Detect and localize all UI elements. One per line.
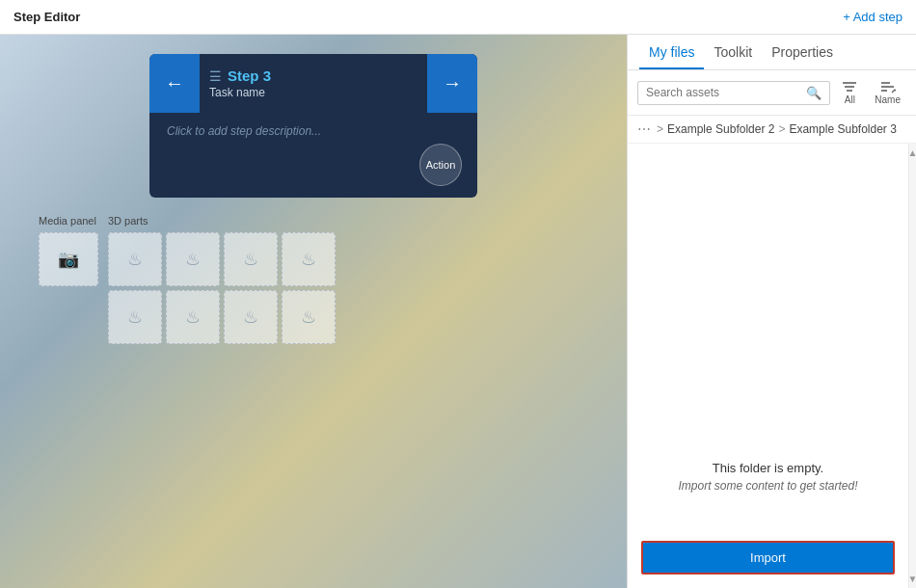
page-title: Step Editor <box>13 10 80 24</box>
3d-icon-6: ♨ <box>185 307 201 328</box>
media-panel: Media panel 📷 <box>39 215 98 344</box>
file-list: This folder is empty. Import some conten… <box>628 144 908 531</box>
step-card: ← ☰ Step 3 Task name → Click to add step… <box>149 54 477 198</box>
empty-title: This folder is empty. <box>647 461 889 475</box>
parts-panel-label: 3D parts <box>108 215 336 227</box>
media-panel-label: Media panel <box>39 215 98 227</box>
filter-button[interactable]: All <box>836 78 863 107</box>
tab-properties[interactable]: Properties <box>762 35 843 69</box>
import-wrap: Import <box>628 531 908 588</box>
breadcrumb-dots[interactable]: ⋯ <box>637 121 651 137</box>
parts-grid-item[interactable]: ♨ <box>282 232 336 286</box>
filter-icon <box>842 80 857 94</box>
search-icon: 🔍 <box>806 86 822 100</box>
parts-grid-item[interactable]: ♨ <box>108 290 162 344</box>
sort-icon <box>880 80 896 94</box>
filter-label: All <box>845 94 855 105</box>
sort-button[interactable]: Name <box>869 78 906 107</box>
editor-area: ← ☰ Step 3 Task name → Click to add step… <box>0 35 627 588</box>
parts-grid-item[interactable]: ♨ <box>166 232 220 286</box>
prev-step-button[interactable]: ← <box>149 54 200 113</box>
3d-icon-5: ♨ <box>127 307 143 328</box>
3d-icon-1: ♨ <box>127 249 143 270</box>
parts-grid-item[interactable]: ♨ <box>166 290 220 344</box>
search-box[interactable]: 🔍 <box>637 81 830 105</box>
search-row: 🔍 All Name <box>628 70 916 116</box>
step-title: Step 3 <box>228 67 271 84</box>
empty-state: This folder is empty. Import some conten… <box>628 441 908 512</box>
chevron-icon-2: > <box>778 122 785 136</box>
3d-icon-4: ♨ <box>301 249 316 270</box>
breadcrumb: ⋯ > Example Subfolder 2 > Example Subfol… <box>628 116 916 144</box>
parts-grid-item[interactable]: ♨ <box>282 290 336 344</box>
list-icon: ☰ <box>209 68 222 84</box>
chevron-icon-1: > <box>657 122 663 136</box>
search-input[interactable] <box>646 86 802 99</box>
import-button[interactable]: Import <box>641 541 895 575</box>
sort-label: Name <box>875 94 901 105</box>
3d-icon-3: ♨ <box>243 249 258 270</box>
media-grid-item[interactable]: 📷 <box>39 232 98 286</box>
tabs-bar: My files Toolkit Properties <box>628 35 916 70</box>
action-button[interactable]: Action <box>419 144 462 186</box>
scrollbar[interactable]: ▲ ▼ <box>908 144 916 588</box>
add-step-button[interactable]: + Add step <box>843 10 903 24</box>
empty-subtitle: Import some content to get started! <box>647 479 889 493</box>
next-step-button[interactable]: → <box>427 54 477 113</box>
scroll-down-arrow[interactable]: ▼ <box>906 572 916 586</box>
3d-icon-2: ♨ <box>185 249 201 270</box>
parts-grid-item[interactable]: ♨ <box>224 290 278 344</box>
right-panel: My files Toolkit Properties 🔍 All <box>627 35 916 588</box>
media-icon: 📷 <box>58 249 79 270</box>
parts-panel: 3D parts ♨ ♨ ♨ ♨ ♨ ♨ ♨ ♨ <box>108 215 336 344</box>
3d-icon-8: ♨ <box>301 307 316 328</box>
tab-toolkit[interactable]: Toolkit <box>704 35 762 69</box>
tab-my-files[interactable]: My files <box>639 35 704 69</box>
breadcrumb-item-2[interactable]: Example Subfolder 3 <box>789 122 896 136</box>
breadcrumb-item-1[interactable]: Example Subfolder 2 <box>667 122 774 136</box>
3d-icon-7: ♨ <box>243 307 258 328</box>
parts-grid-item[interactable]: ♨ <box>224 232 278 286</box>
task-name: Task name <box>209 86 418 99</box>
parts-grid-item[interactable]: ♨ <box>108 232 162 286</box>
